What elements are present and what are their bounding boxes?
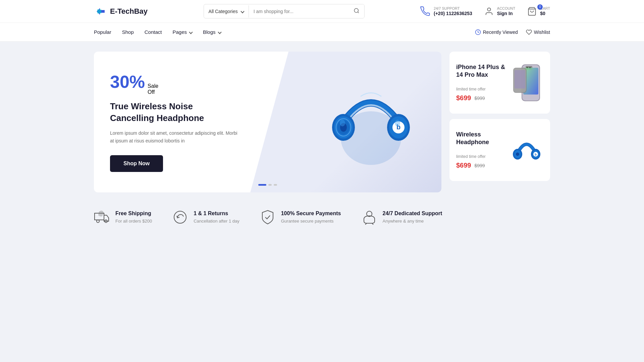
nav-contact[interactable]: Contact <box>145 23 162 41</box>
hero-sale: 30% Sale Off <box>110 72 237 95</box>
returns-icon <box>172 209 188 225</box>
product-name-headphone: Wireless Headphone <box>456 131 510 146</box>
shop-now-button[interactable]: Shop Now <box>110 155 163 172</box>
nav-left: Popular Shop Contact Pages Blogs <box>94 23 221 41</box>
iphone-image <box>510 61 543 105</box>
product-info-iphone: iPhone 14 Plus & 14 Pro Max limited time… <box>456 63 510 102</box>
product-price-iphone: $699 $999 <box>456 94 510 102</box>
product-price-headphone: $699 $999 <box>456 162 510 169</box>
recently-viewed-icon <box>475 29 481 35</box>
headphone-side-image: b <box>510 128 543 172</box>
headphone-image: b <box>321 71 421 172</box>
hero-dot-3[interactable] <box>274 184 277 186</box>
hero-dot-active[interactable] <box>258 184 266 186</box>
svg-rect-26 <box>515 70 525 88</box>
feature-support: 24/7 Dedicated Support Anywhere & any ti… <box>361 209 442 225</box>
svg-point-36 <box>174 211 186 223</box>
navigation: Popular Shop Contact Pages Blogs Recentl… <box>0 23 644 42</box>
recently-viewed-button[interactable]: Recently Viewed <box>475 29 518 35</box>
nav-popular[interactable]: Popular <box>94 23 111 41</box>
headphone-price-current: $699 <box>456 162 471 169</box>
hero-product-image: b <box>321 71 421 173</box>
iphone-price-old: $999 <box>475 96 485 101</box>
feature-secure-text: 100% Secure Payments Gurantee secure pay… <box>281 210 341 224</box>
account-icon <box>484 7 494 16</box>
hero-dot-2[interactable] <box>268 184 272 186</box>
category-dropdown[interactable]: All Categories <box>204 5 249 17</box>
cart-info[interactable]: 0 CART $0 <box>527 6 550 16</box>
hero-banner: 30% Sale Off True Wireless Noise Cancell… <box>94 52 441 192</box>
support-text: 24/7 SUPPORT (+20) 1122636253 <box>434 6 472 16</box>
svg-point-34 <box>97 220 99 223</box>
wishlist-button[interactable]: Wishlist <box>526 29 550 35</box>
feature-support-text: 24/7 Dedicated Support Anywhere & any ti… <box>383 210 442 224</box>
account-info[interactable]: ACCOUNT Sign In <box>484 6 515 16</box>
product-name-iphone: iPhone 14 Plus & 14 Pro Max <box>456 63 510 79</box>
product-card-headphone: Wireless Headphone limited time offer $6… <box>449 119 550 181</box>
nav-blogs[interactable]: Blogs <box>203 23 221 41</box>
secure-icon <box>260 209 276 225</box>
pages-chevron-icon <box>189 30 193 34</box>
search-bar: All Categories <box>204 4 365 18</box>
feature-secure: 100% Secure Payments Gurantee secure pay… <box>260 209 341 225</box>
feature-shipping-text: Free Shipping For all orders $200 <box>115 210 152 224</box>
hero-title: True Wireless Noise Cancelling Headphone <box>110 101 237 124</box>
svg-point-14 <box>340 120 345 126</box>
nav-right: Recently Viewed Wishlist <box>475 29 550 35</box>
nav-shop[interactable]: Shop <box>122 23 134 41</box>
headphone-price-old: $999 <box>475 163 485 168</box>
cart-icon <box>527 7 537 16</box>
side-products: iPhone 14 Plus & 14 Pro Max limited time… <box>449 52 550 192</box>
support-info: 24/7 SUPPORT (+20) 1122636253 <box>420 6 472 16</box>
svg-text:b: b <box>535 153 537 156</box>
search-button[interactable] <box>349 4 364 18</box>
shipping-icon <box>94 209 110 225</box>
feature-returns-text: 1 & 1 Returns Cancellation after 1 day <box>194 210 239 224</box>
hero-dots <box>258 184 277 186</box>
chevron-down-icon <box>240 9 244 13</box>
feature-shipping: Free Shipping For all orders $200 <box>94 209 152 225</box>
svg-point-15 <box>395 120 400 126</box>
hero-content: 30% Sale Off True Wireless Noise Cancell… <box>110 72 237 172</box>
wishlist-icon <box>526 29 532 35</box>
main-content: 30% Sale Off True Wireless Noise Cancell… <box>0 42 644 202</box>
svg-point-2 <box>487 8 490 11</box>
product-card-iphone: iPhone 14 Plus & 14 Pro Max limited time… <box>449 52 550 114</box>
svg-point-29 <box>516 153 519 156</box>
iphone-price-current: $699 <box>456 94 471 102</box>
account-text: ACCOUNT Sign In <box>497 6 515 16</box>
phone-icon <box>420 6 430 16</box>
nav-pages[interactable]: Pages <box>172 23 192 41</box>
product-offer-headphone: limited time offer <box>456 154 510 159</box>
cart-badge: 0 <box>537 4 543 10</box>
header: E-TechBay All Categories 24/7 SUPPORT (+… <box>0 0 644 23</box>
svg-point-1 <box>354 8 358 12</box>
search-input[interactable] <box>249 5 349 17</box>
hero-description: Lorem ipsum dolor sit amet, consectetur … <box>110 129 237 144</box>
blogs-chevron-icon <box>218 30 221 34</box>
features-section: Free Shipping For all orders $200 1 & 1 … <box>0 202 644 239</box>
logo[interactable]: E-TechBay <box>94 5 148 18</box>
product-info-headphone: Wireless Headphone limited time offer $6… <box>456 131 510 170</box>
support-icon <box>361 209 377 225</box>
header-right: 24/7 SUPPORT (+20) 1122636253 ACCOUNT Si… <box>420 6 550 16</box>
product-offer-iphone: limited time offer <box>456 87 510 92</box>
feature-returns: 1 & 1 Returns Cancellation after 1 day <box>172 209 239 225</box>
